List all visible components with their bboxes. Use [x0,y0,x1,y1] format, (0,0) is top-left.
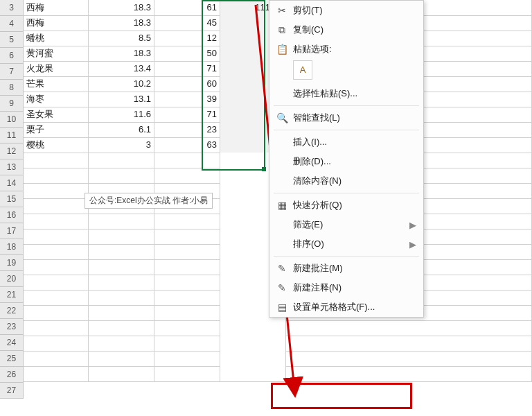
row-header[interactable]: 18 [0,239,24,255]
cell[interactable] [154,153,220,168]
row-header[interactable]: 8 [0,80,24,96]
row-header[interactable]: 10 [0,112,24,128]
menu-sort[interactable]: 排序(O) ▶ [269,234,423,254]
cell[interactable]: 63 [154,137,220,153]
cell[interactable] [24,168,89,184]
cell[interactable] [24,336,89,352]
row-header[interactable]: 14 [0,175,24,191]
cell[interactable] [89,214,154,229]
row-header[interactable]: 21 [0,287,24,303]
row-header[interactable]: 24 [0,335,24,351]
row-header[interactable]: 6 [0,48,24,64]
row-header[interactable]: 9 [0,96,24,112]
cell[interactable] [154,229,220,245]
cell[interactable] [89,366,154,382]
row-header[interactable]: 5 [0,32,24,48]
cell[interactable]: 栗子 [24,122,89,138]
cell[interactable]: 18.3 [89,46,154,62]
cell[interactable] [154,366,220,382]
menu-insert[interactable]: 插入(I)... [269,132,423,152]
cell[interactable] [220,336,286,352]
cell[interactable]: 18.3 [89,15,154,31]
cell[interactable]: 海枣 [24,92,89,107]
cell[interactable] [24,214,89,229]
cell[interactable] [24,290,89,306]
cell[interactable] [154,305,220,321]
cell[interactable] [286,320,532,336]
cell[interactable]: 西梅 [24,15,89,31]
cell[interactable] [220,366,286,382]
cell[interactable] [154,259,220,275]
cell[interactable] [24,153,89,168]
cell[interactable]: 11.6 [89,107,154,123]
cell[interactable]: 60 [154,76,220,92]
cell[interactable] [24,320,89,336]
row-header[interactable]: 23 [0,319,24,335]
menu-cut[interactable]: ✂ 剪切(T) [269,1,423,20]
cell[interactable]: 71 [154,61,220,77]
cell[interactable] [154,168,220,184]
cell[interactable] [286,336,532,352]
menu-paste-special[interactable]: 选择性粘贴(S)... [269,84,423,103]
cell[interactable] [89,168,154,184]
cell[interactable]: 火龙果 [24,61,89,77]
cell[interactable] [154,336,220,352]
cell[interactable] [89,351,154,367]
menu-quick-analysis[interactable]: ▦ 快速分析(Q) [269,196,423,215]
cell[interactable]: 18.3 [89,0,154,16]
row-header[interactable]: 19 [0,255,24,271]
cell[interactable]: 圣女果 [24,107,89,123]
cell[interactable]: 樱桃 [24,137,89,153]
menu-copy[interactable]: ⧉ 复制(C) [269,20,423,40]
cell[interactable] [154,290,220,306]
cell[interactable] [24,229,89,245]
row-header[interactable]: 27 [0,383,24,399]
row-header[interactable]: 20 [0,271,24,287]
menu-filter[interactable]: 筛选(E) ▶ [269,215,423,234]
cell[interactable] [89,320,154,336]
cell[interactable] [24,351,89,367]
row-header[interactable]: 11 [0,128,24,144]
cell[interactable]: 芒果 [24,76,89,92]
cell[interactable]: 西梅 [24,0,89,16]
cell[interactable] [24,198,89,214]
cell[interactable] [154,244,220,260]
cell[interactable]: 6.1 [89,122,154,138]
row-header[interactable]: 3 [0,0,24,16]
cell[interactable] [89,244,154,260]
cell[interactable] [24,366,89,382]
menu-new-note[interactable]: ✎ 新建注释(N) [269,278,423,297]
cell[interactable] [220,351,286,367]
cell[interactable] [89,290,154,306]
cell[interactable] [89,259,154,275]
cell[interactable] [154,320,220,336]
paste-default-button[interactable]: A [293,60,312,80]
cell[interactable] [89,153,154,168]
cell[interactable] [89,336,154,352]
menu-delete[interactable]: 删除(D)... [269,152,423,171]
cell[interactable] [89,229,154,245]
cell[interactable]: 39 [154,92,220,107]
cell[interactable]: 黄河蜜 [24,46,89,62]
cell[interactable]: 23 [154,122,220,138]
row-header[interactable]: 22 [0,303,24,319]
cell[interactable] [24,305,89,321]
row-header[interactable]: 17 [0,223,24,239]
cell[interactable] [154,214,220,229]
cell[interactable]: 13.4 [89,61,154,77]
cell[interactable] [24,244,89,260]
cell[interactable] [24,275,89,291]
cell[interactable]: 蟠桃 [24,31,89,46]
cell[interactable] [24,183,89,199]
cell[interactable] [286,351,532,367]
menu-clear[interactable]: 清除内容(N) [269,171,423,191]
cell[interactable] [24,259,89,275]
row-header[interactable]: 25 [0,351,24,367]
cell[interactable]: 71 [154,107,220,123]
cell[interactable]: 50 [154,46,220,62]
cell[interactable]: 8.5 [89,31,154,46]
cell[interactable]: 12 [154,31,220,46]
row-header[interactable]: 4 [0,16,24,32]
cell[interactable]: 13.1 [89,92,154,107]
cell[interactable]: 3 [89,137,154,153]
